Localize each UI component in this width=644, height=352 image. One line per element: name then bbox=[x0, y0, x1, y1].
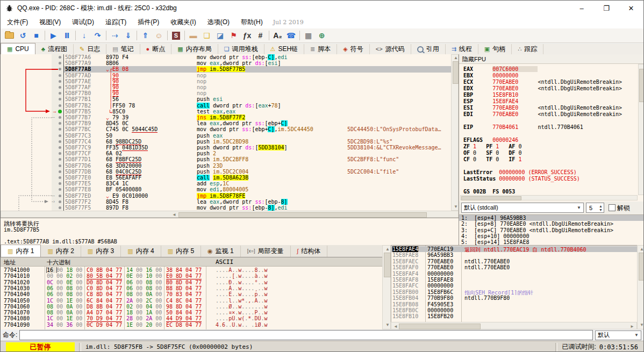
tab-dump-3[interactable]: ▥内存 3 bbox=[81, 246, 121, 257]
disasm-row[interactable]: 5D8F77E8BF 05400080mov edi,80004005 bbox=[64, 186, 451, 193]
run-to-user-code-button[interactable]: ☺ bbox=[152, 30, 166, 41]
stack-row[interactable]: 15E8FAF815E8FAE8 bbox=[391, 277, 637, 283]
tab-breakpoints[interactable]: ●断点 bbox=[140, 44, 172, 54]
tab-script[interactable]: ≣脚本 bbox=[304, 44, 337, 54]
close-button[interactable]: ✕ bbox=[619, 1, 643, 16]
tab-threads[interactable]: ⇉线程 bbox=[446, 44, 478, 54]
font-button[interactable]: A₂ bbox=[271, 30, 284, 41]
stack-row[interactable]: 15E8FB0C00000000 bbox=[391, 307, 637, 313]
disasm-row[interactable]: 5D8F77B7⌄ 79 39jns im.5D8F77F2 bbox=[64, 114, 451, 121]
stack-row[interactable]: 15E8FAF400000000 bbox=[391, 271, 637, 277]
argument-row[interactable]: 3: [esp+C] 770EABE0 <ntdll.DbgUiRemoteBr… bbox=[459, 227, 644, 233]
stack-row[interactable]: 15E8FAFC00000000 bbox=[391, 283, 637, 289]
tab-cpu[interactable]: ▦CPU bbox=[1, 43, 35, 54]
minimize-button[interactable]: – bbox=[569, 1, 594, 16]
tab-source[interactable]: <>源代码 bbox=[370, 44, 411, 54]
tab-references[interactable]: 引用 bbox=[411, 44, 446, 54]
pause-button[interactable]: Ⅱ bbox=[60, 30, 74, 41]
menu-item-3[interactable]: 追踪(T) bbox=[101, 16, 131, 28]
label-button[interactable]: ◪ bbox=[213, 30, 227, 41]
dump-row[interactable]: 7704109034 00 36 000C D9 04 771E 00 20 0… bbox=[1, 322, 382, 328]
tab-dump-1[interactable]: ▥内存 1 bbox=[1, 245, 41, 257]
disasm-row[interactable]: 5D8F77C468 98BDC25Dpush im.5DC2BD985DC2B… bbox=[64, 139, 451, 145]
command-input[interactable] bbox=[19, 330, 593, 340]
tab-seh[interactable]: ⚠SEH链 bbox=[264, 44, 305, 54]
disasm-row[interactable]: 5D8F77A98B06mov eax,dword ptr ds:[esi] bbox=[64, 60, 451, 67]
stack-horizontal-scrollbar[interactable]: ◄ ► bbox=[391, 322, 637, 329]
disasm-row[interactable]: 5D8F77B98D45 0Clea eax,dword ptr ss:[ebp… bbox=[64, 120, 451, 127]
tab-notes[interactable]: ▤笔记 bbox=[106, 44, 140, 54]
tab-dump-2[interactable]: ▥内存 2 bbox=[41, 246, 81, 257]
disassembly-view[interactable]: 5D8F77A6897D F4mov dword ptr ss:[ebp-C],… bbox=[64, 54, 451, 211]
disasm-row[interactable]: 5D8F77CF6A 02push 2 bbox=[64, 150, 451, 157]
stack-row[interactable]: 15E8FAEC770EABE0ntdll.770EABE0 bbox=[391, 258, 637, 264]
tab-handles[interactable]: ▣句柄 bbox=[478, 44, 512, 54]
dump-row[interactable]: 7704103006 00 08 00C0 8D 04 7706 00 08 0… bbox=[1, 285, 382, 291]
disasm-row[interactable]: 5D8F77C350push eax bbox=[64, 133, 451, 139]
disasm-row[interactable]: 5D8F77B0 │90nop bbox=[64, 90, 451, 97]
menu-item-4[interactable]: 插件(P) bbox=[133, 16, 164, 28]
menu-item-6[interactable]: 选项(O) bbox=[203, 16, 234, 28]
stack-row[interactable]: 15E8FAE4770EAC19返回到 ntdll.770EAC19 自 ntd… bbox=[391, 246, 637, 252]
disasm-row[interactable]: 5D8F77F5897D F8mov dword ptr ss:[ebp-8],… bbox=[64, 205, 451, 211]
breakpoint-gutter[interactable]: →-----› bbox=[52, 54, 64, 211]
disasm-row[interactable]: 5D8F77C9FF35 0481D35Dpush dword ptr ds:[… bbox=[64, 145, 451, 151]
tab-log[interactable]: ✎日志 bbox=[74, 44, 106, 54]
step-into-button[interactable]: ↓ bbox=[77, 30, 91, 41]
tab-memory-map[interactable]: ▦内存布局 bbox=[171, 44, 218, 54]
tab-symbols[interactable]: ◈符号 bbox=[337, 44, 369, 54]
stack-pane[interactable]: 15E8FAE4770EAC19返回到 ntdll.770EAC19 自 ntd… bbox=[391, 245, 637, 322]
memory-dump-pane[interactable]: 地址十六进制ASCII7704100016 00 18 00C0 8B 04 7… bbox=[1, 257, 382, 329]
patch-button[interactable]: ▬ bbox=[187, 30, 200, 41]
argument-row[interactable]: 1: [esp+4] 96A59BB3 bbox=[459, 215, 644, 221]
disasm-horizontal-scrollbar[interactable]: ◄ bbox=[1, 211, 459, 218]
dump-row[interactable]: 7704107008 00 0A 00A4 D7 04 7718 00 1A 0… bbox=[1, 310, 382, 315]
disasm-row[interactable]: 5D8F77AF │90nop bbox=[64, 84, 451, 91]
dump-row[interactable]: 770410501C 00 1E 006C 84 04 772A 00 2C 0… bbox=[1, 298, 382, 304]
callconv-select[interactable]: 默认 (stdcall)▼ bbox=[461, 203, 584, 213]
attach-button[interactable]: ☎ bbox=[284, 30, 298, 41]
hide-fpu-button[interactable]: 隐藏FPU bbox=[459, 54, 644, 64]
disasm-row[interactable]: 5D8F77B2 │FF50 78call dword ptr ds:[eax+… bbox=[64, 103, 451, 109]
registers-vertical-scrollbar[interactable] bbox=[638, 64, 644, 195]
globe-button[interactable]: ⊕ bbox=[315, 30, 328, 41]
step-over-button[interactable]: ↷ bbox=[91, 30, 104, 41]
tab-struct[interactable]: ʃ结构体 bbox=[291, 246, 327, 257]
bookmark-button[interactable]: ⚑ bbox=[227, 30, 240, 41]
argument-row[interactable]: 5: [esp+14] 15E8FAE8 bbox=[459, 239, 644, 245]
disasm-vertical-scrollbar[interactable]: ▲ ▼ bbox=[451, 54, 459, 211]
menu-item-7[interactable]: 帮助(H) bbox=[236, 16, 268, 28]
step-out-button[interactable]: ⇑ bbox=[139, 30, 152, 41]
stack-row[interactable]: 15E8FAF0770EABE0ntdll.770EABE0 bbox=[391, 264, 637, 270]
disasm-row[interactable]: 5D8F77AB⌄┌EB 08jmp im.5D8F77B5 bbox=[64, 66, 451, 73]
disasm-row[interactable]: 5D8F77DB68 04C0C25Dpush im.5DC2C0045DC2C… bbox=[64, 169, 451, 175]
stack-row[interactable]: 15E8FAE896A59BB3 bbox=[391, 252, 637, 258]
function-button[interactable]: ƒx bbox=[240, 30, 254, 41]
dump-row[interactable]: 7704104006 00 08 00C8 8D 04 7708 00 0A 0… bbox=[1, 291, 382, 297]
toggle-breakpoint-button[interactable]: S bbox=[169, 30, 183, 41]
tab-watch-1[interactable]: ◉监视 1 bbox=[201, 246, 241, 257]
disasm-row[interactable]: 5D8F77D668 3D020000push 23D bbox=[64, 163, 451, 169]
tab-trace[interactable]: ∴跟踪 bbox=[512, 44, 543, 54]
disasm-row[interactable]: 5D8F77F28D45 F8lea eax,dword ptr ss:[ebp… bbox=[64, 199, 451, 205]
disasm-row[interactable]: 5D8F77BCC745 0C 5044C45Dmov dword ptr ss… bbox=[64, 126, 451, 133]
dump-row[interactable]: 7704100016 00 18 00C0 8B 04 7714 00 16 0… bbox=[1, 267, 382, 273]
disasm-row[interactable]: 5D8F77D168 F8BFC25Dpush im.5DC2BFF85DC2B… bbox=[64, 156, 451, 163]
tab-graph[interactable]: ♣流程图 bbox=[35, 44, 74, 54]
unlock-checkbox[interactable] bbox=[609, 204, 616, 211]
disasm-row[interactable]: 5D8F77E583C4 1Cadd esp,1C bbox=[64, 181, 451, 187]
disasm-row[interactable]: 5D8F77B5 ↳85C0test eax,eax bbox=[64, 109, 451, 115]
tab-call-stack[interactable]: ❏调用堆栈 bbox=[218, 44, 264, 54]
restart-button[interactable]: ↺ bbox=[16, 30, 30, 41]
menu-item-1[interactable]: 视图(V) bbox=[34, 16, 66, 28]
hash-button[interactable]: # bbox=[254, 30, 267, 41]
run-to-selection-button[interactable]: ⇢ bbox=[108, 30, 121, 41]
disasm-row[interactable]: 5D8F77AE │90nop bbox=[64, 78, 451, 85]
argument-row[interactable]: 2: [esp+8] 770EABE0 <ntdll.DbgUiRemoteBr… bbox=[459, 221, 644, 227]
stack-row[interactable]: 15E8FB08F45905E3 bbox=[391, 301, 637, 307]
tab-dump-5[interactable]: ▥内存 5 bbox=[161, 246, 201, 257]
comment-button[interactable]: ❏ bbox=[200, 30, 213, 41]
disasm-row[interactable]: 5D8F77AD │90nop bbox=[64, 73, 451, 79]
disasm-row[interactable]: 5D8F77A6897D F4mov dword ptr ss:[ebp-C],… bbox=[64, 54, 451, 61]
open-file-button[interactable] bbox=[3, 30, 16, 41]
